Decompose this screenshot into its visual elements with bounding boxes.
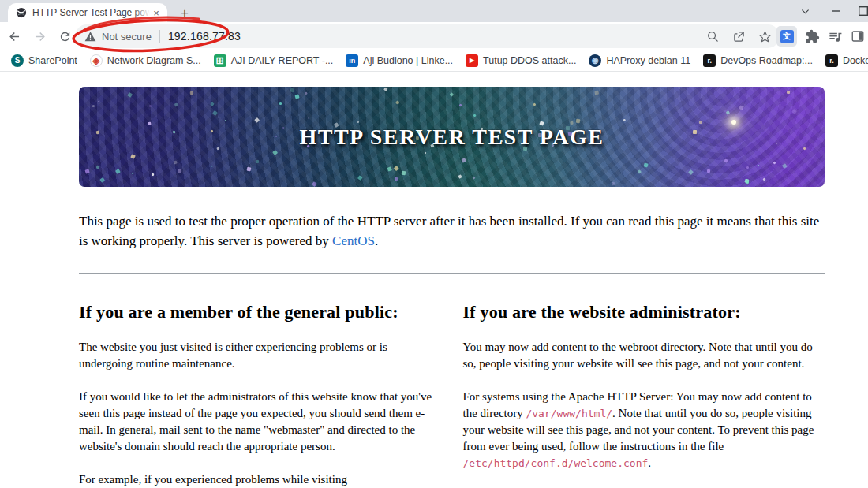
tab-title: HTTP Server Test Page powered xyxy=(32,7,150,18)
tab-close-icon[interactable]: × xyxy=(150,6,163,19)
browser-toolbar: Not secure 192.168.77.83 文 xyxy=(0,22,868,50)
centos-link[interactable]: CentOS xyxy=(332,233,375,248)
bookmark-label: DevOps Roadmap:... xyxy=(720,55,813,66)
general-public-heading: If you are a member of the general publi… xyxy=(79,302,441,322)
address-bar[interactable]: Not secure 192.168.77.83 xyxy=(75,24,780,48)
back-button[interactable] xyxy=(3,25,25,47)
administrator-column: If you are the website administrator: Yo… xyxy=(463,288,825,487)
banner-title: HTTP SERVER TEST PAGE xyxy=(79,87,825,187)
paragraph: If you would like to let the administrat… xyxy=(79,389,441,455)
tab-search-chevron-icon[interactable] xyxy=(791,0,819,22)
general-public-column: If you are a member of the general publi… xyxy=(79,288,441,487)
not-secure-label[interactable]: Not secure xyxy=(102,31,152,43)
not-secure-warning-icon[interactable] xyxy=(84,31,96,43)
paragraph: For example, if you experienced problems… xyxy=(79,471,441,487)
new-tab-button[interactable]: + xyxy=(175,4,194,23)
bookmark-item[interactable]: SSharePoint xyxy=(5,52,84,69)
roadmap-icon: r. xyxy=(703,54,716,67)
window-minimize-button[interactable] xyxy=(822,0,851,22)
page-content: HTTP SERVER TEST PAGE This page is used … xyxy=(0,72,868,487)
browser-tab[interactable]: HTTP Server Test Page powered × xyxy=(8,3,167,22)
globe-favicon-icon xyxy=(16,7,27,18)
share-icon[interactable] xyxy=(732,30,746,43)
roadmap-icon: r. xyxy=(825,54,838,67)
intro-paragraph: This page is used to test the proper ope… xyxy=(79,211,821,251)
media-playlist-icon[interactable] xyxy=(828,29,843,44)
side-panel-icon[interactable] xyxy=(851,29,865,43)
omnibox-separator xyxy=(159,30,160,43)
bookmark-item[interactable]: ◉HAProxy debian 11 xyxy=(582,52,697,69)
google-sheets-icon: ⊞ xyxy=(214,54,226,67)
extensions-puzzle-icon[interactable] xyxy=(805,29,820,44)
bookmark-label: Tutup DDOS attack... xyxy=(483,55,576,66)
bookmark-item[interactable]: r.Docker Roadmap -... xyxy=(819,52,868,69)
paragraph: For systems using the Apache HTTP Server… xyxy=(463,389,825,471)
reload-button[interactable] xyxy=(54,25,76,47)
tab-strip: HTTP Server Test Page powered × + xyxy=(0,0,868,22)
bookmark-item[interactable]: r.DevOps Roadmap:... xyxy=(697,52,819,69)
bookmark-item[interactable]: ⊞AJI DAILY REPORT -... xyxy=(208,52,340,69)
network-diagram-icon: ◈ xyxy=(90,54,103,67)
url-text[interactable]: 192.168.77.83 xyxy=(168,30,241,43)
haproxy-icon: ◉ xyxy=(589,54,601,67)
translate-extension-icon[interactable]: 文 xyxy=(776,26,797,47)
bookmark-label: SharePoint xyxy=(28,55,77,66)
search-icon[interactable] xyxy=(706,30,720,43)
bookmark-label: HAProxy debian 11 xyxy=(606,55,690,66)
test-page-banner: HTTP SERVER TEST PAGE xyxy=(79,87,825,187)
window-maximize-button[interactable] xyxy=(852,0,868,22)
bookmark-item[interactable]: inAji Budiono | Linke... xyxy=(339,52,459,69)
bookmark-label: Aji Budiono | Linke... xyxy=(363,55,453,66)
linkedin-icon: in xyxy=(346,54,358,67)
paragraph: The website you just visited is either e… xyxy=(79,339,441,372)
bookmarks-bar: SSharePoint◈Network Diagram S...⊞AJI DAI… xyxy=(0,50,868,72)
paragraph: You may now add content to the webroot d… xyxy=(463,339,825,372)
bookmark-label: Docker Roadmap -... xyxy=(843,55,868,66)
sharepoint-icon: S xyxy=(11,54,24,67)
bookmark-label: Network Diagram S... xyxy=(107,55,201,66)
youtube-icon: ▶ xyxy=(466,54,478,67)
forward-button[interactable] xyxy=(28,25,51,47)
bookmark-item[interactable]: ▶Tutup DDOS attack... xyxy=(459,52,582,69)
bookmark-star-icon[interactable] xyxy=(758,30,772,43)
bookmark-label: AJI DAILY REPORT -... xyxy=(231,55,334,66)
administrator-heading: If you are the website administrator: xyxy=(463,302,825,322)
divider xyxy=(79,273,825,274)
bookmark-item[interactable]: ◈Network Diagram S... xyxy=(84,52,208,69)
